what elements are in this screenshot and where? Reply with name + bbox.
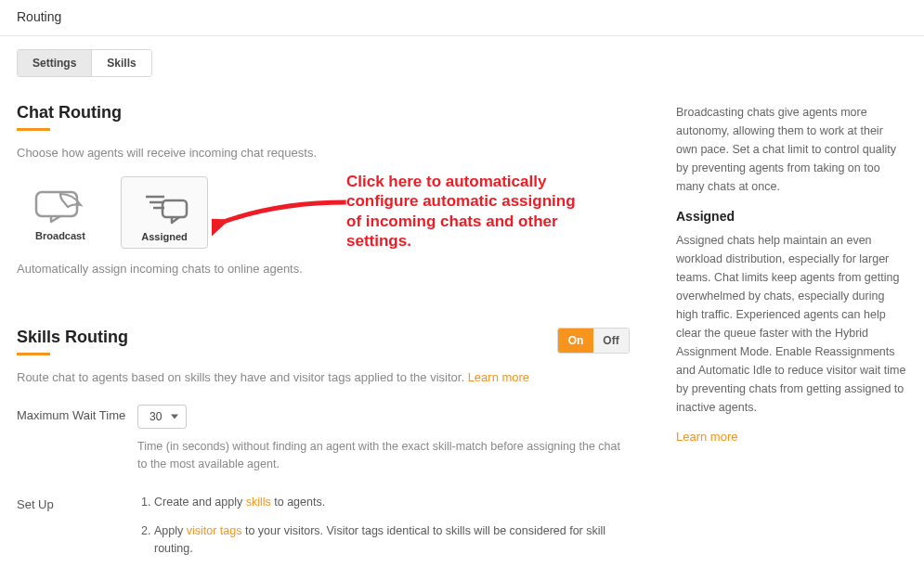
chat-routing-desc: Automatically assign incoming chats to o… [17,262,630,276]
routing-option-broadcast[interactable]: Broadcast [17,176,104,249]
step2-pre: Apply [154,524,187,537]
toggle-on[interactable]: On [558,329,593,353]
wait-time-select[interactable]: 30 [137,405,187,429]
svg-rect-4 [163,200,187,217]
skills-routing-desc: Route chat to agents based on skills the… [17,370,630,384]
page-title: Routing [0,0,924,36]
assigned-label: Assigned [125,231,203,242]
skills-learn-more-link[interactable]: Learn more [468,370,529,384]
skills-routing-title: Skills Routing [17,328,128,353]
setup-label: Set Up [17,494,137,568]
side-broadcast-text: Broadcasting chats give agents more auto… [676,103,907,196]
annotation-text: Click here to automatically configure au… [346,172,588,251]
toggle-off[interactable]: Off [593,329,629,353]
broadcast-label: Broadcast [20,230,100,241]
assigned-icon [125,185,203,229]
chat-routing-title: Chat Routing [17,103,630,128]
section-underline-2 [17,353,50,355]
tabs: Settings Skills [17,49,152,77]
routing-option-assigned[interactable]: Assigned [121,176,208,249]
broadcast-icon [20,184,100,228]
visitor-tags-link[interactable]: visitor tags [187,524,242,537]
tab-skills[interactable]: Skills [92,50,150,76]
side-assigned-text: Assigned chats help maintain an even wor… [676,231,907,417]
setup-step-1: Create and apply skills to agents. [154,494,630,511]
setup-step-2: Apply visitor tags to your visitors. Vis… [154,522,630,559]
side-assigned-title: Assigned [676,209,907,224]
wait-time-help: Time (in seconds) without finding an age… [137,438,630,473]
step1-pre: Create and apply [154,496,246,509]
wait-time-label: Maximum Wait Time [17,405,137,473]
skills-link[interactable]: skills [246,496,271,509]
section-underline [17,128,50,131]
side-learn-more-link[interactable]: Learn more [676,430,737,444]
setup-steps: Create and apply skills to agents. Apply… [137,494,630,568]
tab-settings[interactable]: Settings [18,50,92,76]
skills-routing-toggle: On Off [557,328,630,354]
skills-routing-desc-text: Route chat to agents based on skills the… [17,370,468,384]
chat-routing-subtitle: Choose how agents will receive incoming … [17,146,630,160]
step1-post: to agents. [271,496,325,509]
